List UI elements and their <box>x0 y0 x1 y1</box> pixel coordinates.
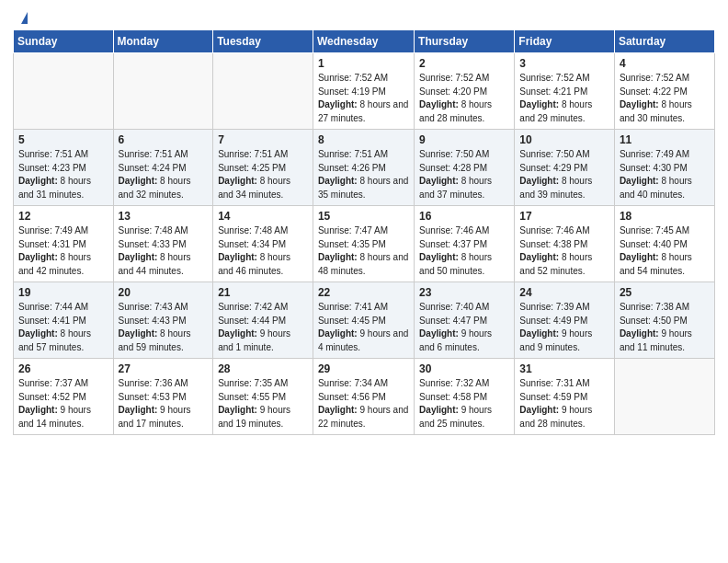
day-number: 4 <box>620 57 710 70</box>
day-number: 24 <box>519 286 609 299</box>
calendar-cell: 14Sunrise: 7:48 AMSunset: 4:34 PMDayligh… <box>213 206 313 282</box>
day-details: Sunrise: 7:35 AMSunset: 4:55 PMDaylight:… <box>218 377 308 431</box>
calendar-week-row: 12Sunrise: 7:49 AMSunset: 4:31 PMDayligh… <box>14 206 715 282</box>
day-number: 12 <box>18 210 108 223</box>
calendar-cell: 26Sunrise: 7:37 AMSunset: 4:52 PMDayligh… <box>14 359 114 435</box>
calendar-table: SundayMondayTuesdayWednesdayThursdayFrid… <box>13 29 715 435</box>
calendar-cell <box>213 53 313 130</box>
calendar-week-row: 5Sunrise: 7:51 AMSunset: 4:23 PMDaylight… <box>14 130 715 206</box>
day-number: 7 <box>218 133 308 146</box>
day-number: 17 <box>519 210 609 223</box>
weekday-header: Friday <box>515 30 615 53</box>
calendar-cell: 1Sunrise: 7:52 AMSunset: 4:19 PMDaylight… <box>313 53 414 130</box>
day-number: 23 <box>419 286 509 299</box>
calendar-cell: 17Sunrise: 7:46 AMSunset: 4:38 PMDayligh… <box>515 206 615 282</box>
day-details: Sunrise: 7:34 AMSunset: 4:56 PMDaylight:… <box>318 377 409 431</box>
day-number: 3 <box>519 57 609 70</box>
logo-triangle-icon <box>21 12 28 24</box>
day-details: Sunrise: 7:46 AMSunset: 4:37 PMDaylight:… <box>419 224 509 278</box>
day-number: 15 <box>318 210 409 223</box>
day-number: 28 <box>218 362 308 375</box>
weekday-header: Sunday <box>14 30 114 53</box>
day-number: 26 <box>18 362 108 375</box>
calendar-cell: 22Sunrise: 7:41 AMSunset: 4:45 PMDayligh… <box>313 282 414 359</box>
calendar-cell: 10Sunrise: 7:50 AMSunset: 4:29 PMDayligh… <box>515 130 615 206</box>
calendar-cell: 18Sunrise: 7:45 AMSunset: 4:40 PMDayligh… <box>614 206 714 282</box>
calendar-cell: 20Sunrise: 7:43 AMSunset: 4:43 PMDayligh… <box>113 282 213 359</box>
day-details: Sunrise: 7:39 AMSunset: 4:49 PMDaylight:… <box>519 301 609 354</box>
day-number: 8 <box>318 133 409 146</box>
day-details: Sunrise: 7:48 AMSunset: 4:33 PMDaylight:… <box>119 224 209 278</box>
day-number: 1 <box>318 57 409 70</box>
day-number: 29 <box>318 362 409 375</box>
day-details: Sunrise: 7:36 AMSunset: 4:53 PMDaylight:… <box>119 377 209 431</box>
day-number: 18 <box>620 210 710 223</box>
day-number: 30 <box>419 362 509 375</box>
calendar-cell: 5Sunrise: 7:51 AMSunset: 4:23 PMDaylight… <box>14 130 114 206</box>
calendar-cell: 23Sunrise: 7:40 AMSunset: 4:47 PMDayligh… <box>415 282 515 359</box>
day-details: Sunrise: 7:50 AMSunset: 4:29 PMDaylight:… <box>519 148 609 201</box>
day-number: 20 <box>119 286 209 299</box>
calendar-cell: 2Sunrise: 7:52 AMSunset: 4:20 PMDaylight… <box>415 53 515 130</box>
day-details: Sunrise: 7:32 AMSunset: 4:58 PMDaylight:… <box>419 377 509 431</box>
calendar-cell: 29Sunrise: 7:34 AMSunset: 4:56 PMDayligh… <box>313 359 414 435</box>
calendar-cell: 9Sunrise: 7:50 AMSunset: 4:28 PMDaylight… <box>415 130 515 206</box>
calendar-cell: 7Sunrise: 7:51 AMSunset: 4:25 PMDaylight… <box>213 130 313 206</box>
calendar-cell: 13Sunrise: 7:48 AMSunset: 4:33 PMDayligh… <box>113 206 213 282</box>
day-number: 25 <box>620 286 710 299</box>
calendar-cell <box>614 359 714 435</box>
day-number: 2 <box>419 57 509 70</box>
day-number: 9 <box>419 133 509 146</box>
calendar-week-row: 26Sunrise: 7:37 AMSunset: 4:52 PMDayligh… <box>14 359 715 435</box>
calendar-cell: 8Sunrise: 7:51 AMSunset: 4:26 PMDaylight… <box>313 130 414 206</box>
calendar-cell: 6Sunrise: 7:51 AMSunset: 4:24 PMDaylight… <box>113 130 213 206</box>
day-details: Sunrise: 7:40 AMSunset: 4:47 PMDaylight:… <box>419 301 509 354</box>
day-number: 31 <box>519 362 609 375</box>
calendar-cell: 15Sunrise: 7:47 AMSunset: 4:35 PMDayligh… <box>313 206 414 282</box>
day-details: Sunrise: 7:52 AMSunset: 4:20 PMDaylight:… <box>419 72 509 125</box>
day-number: 5 <box>18 133 108 146</box>
calendar-cell: 27Sunrise: 7:36 AMSunset: 4:53 PMDayligh… <box>113 359 213 435</box>
calendar-cell: 4Sunrise: 7:52 AMSunset: 4:22 PMDaylight… <box>614 53 714 130</box>
day-details: Sunrise: 7:41 AMSunset: 4:45 PMDaylight:… <box>318 301 409 354</box>
calendar-cell: 11Sunrise: 7:49 AMSunset: 4:30 PMDayligh… <box>614 130 714 206</box>
day-details: Sunrise: 7:43 AMSunset: 4:43 PMDaylight:… <box>119 301 209 354</box>
weekday-header: Monday <box>113 30 213 53</box>
weekday-header: Tuesday <box>213 30 313 53</box>
calendar-cell: 3Sunrise: 7:52 AMSunset: 4:21 PMDaylight… <box>515 53 615 130</box>
day-number: 6 <box>119 133 209 146</box>
day-details: Sunrise: 7:52 AMSunset: 4:22 PMDaylight:… <box>620 72 710 125</box>
calendar-cell <box>14 53 114 130</box>
day-details: Sunrise: 7:52 AMSunset: 4:19 PMDaylight:… <box>318 72 409 125</box>
logo <box>18 13 28 22</box>
calendar-week-row: 19Sunrise: 7:44 AMSunset: 4:41 PMDayligh… <box>14 282 715 359</box>
day-details: Sunrise: 7:51 AMSunset: 4:25 PMDaylight:… <box>218 148 308 201</box>
day-number: 10 <box>519 133 609 146</box>
weekday-header: Wednesday <box>313 30 414 53</box>
day-details: Sunrise: 7:49 AMSunset: 4:31 PMDaylight:… <box>18 224 108 278</box>
calendar-cell: 30Sunrise: 7:32 AMSunset: 4:58 PMDayligh… <box>415 359 515 435</box>
day-number: 13 <box>119 210 209 223</box>
day-details: Sunrise: 7:37 AMSunset: 4:52 PMDaylight:… <box>18 377 108 431</box>
day-details: Sunrise: 7:45 AMSunset: 4:40 PMDaylight:… <box>620 224 710 278</box>
day-details: Sunrise: 7:47 AMSunset: 4:35 PMDaylight:… <box>318 224 409 278</box>
day-details: Sunrise: 7:48 AMSunset: 4:34 PMDaylight:… <box>218 224 308 278</box>
day-details: Sunrise: 7:50 AMSunset: 4:28 PMDaylight:… <box>419 148 509 201</box>
day-details: Sunrise: 7:51 AMSunset: 4:26 PMDaylight:… <box>318 148 409 201</box>
calendar-cell: 21Sunrise: 7:42 AMSunset: 4:44 PMDayligh… <box>213 282 313 359</box>
day-details: Sunrise: 7:52 AMSunset: 4:21 PMDaylight:… <box>519 72 609 125</box>
day-details: Sunrise: 7:42 AMSunset: 4:44 PMDaylight:… <box>218 301 308 354</box>
calendar-cell: 31Sunrise: 7:31 AMSunset: 4:59 PMDayligh… <box>515 359 615 435</box>
day-details: Sunrise: 7:51 AMSunset: 4:24 PMDaylight:… <box>119 148 209 201</box>
calendar-cell: 19Sunrise: 7:44 AMSunset: 4:41 PMDayligh… <box>14 282 114 359</box>
calendar-cell: 24Sunrise: 7:39 AMSunset: 4:49 PMDayligh… <box>515 282 615 359</box>
day-number: 21 <box>218 286 308 299</box>
day-number: 19 <box>18 286 108 299</box>
day-number: 27 <box>119 362 209 375</box>
day-number: 11 <box>620 133 710 146</box>
day-number: 22 <box>318 286 409 299</box>
calendar-cell: 25Sunrise: 7:38 AMSunset: 4:50 PMDayligh… <box>614 282 714 359</box>
day-details: Sunrise: 7:49 AMSunset: 4:30 PMDaylight:… <box>620 148 710 201</box>
calendar-cell <box>113 53 213 130</box>
day-number: 16 <box>419 210 509 223</box>
